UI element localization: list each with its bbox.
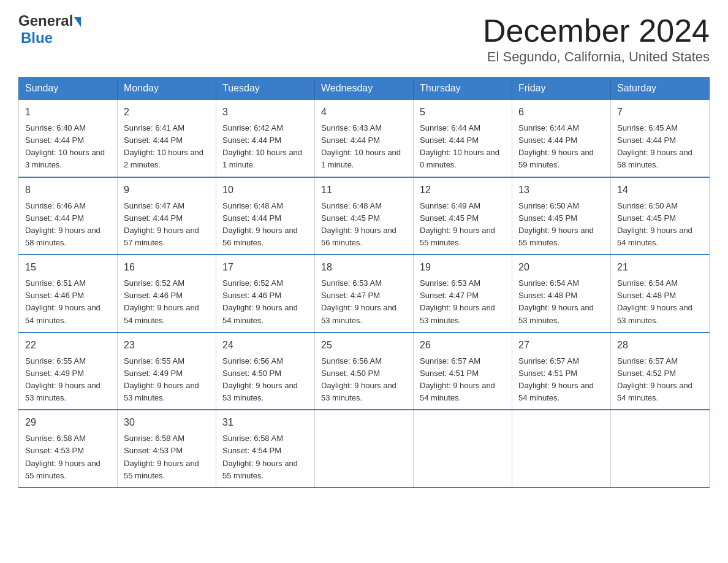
calendar-day-cell: 24Sunrise: 6:56 AMSunset: 4:50 PMDayligh… [216,332,315,410]
day-detail: Sunrise: 6:42 AMSunset: 4:44 PMDaylight:… [222,122,308,172]
calendar-day-cell: 2Sunrise: 6:41 AMSunset: 4:44 PMDaylight… [118,99,216,177]
day-number: 2 [124,105,210,120]
day-number: 9 [124,183,210,197]
calendar-day-cell: 28Sunrise: 6:57 AMSunset: 4:52 PMDayligh… [611,332,710,410]
calendar-empty-cell [512,410,611,488]
day-detail: Sunrise: 6:48 AMSunset: 4:44 PMDaylight:… [222,200,308,250]
calendar-week-row: 8Sunrise: 6:46 AMSunset: 4:44 PMDaylight… [19,177,710,255]
calendar-day-cell: 20Sunrise: 6:54 AMSunset: 4:48 PMDayligh… [512,255,611,332]
calendar-day-header: Monday [118,78,216,100]
calendar-day-cell: 3Sunrise: 6:42 AMSunset: 4:44 PMDaylight… [216,99,315,177]
calendar-day-header: Sunday [19,78,118,100]
logo-arrow-icon [74,17,81,27]
calendar-day-cell: 27Sunrise: 6:57 AMSunset: 4:51 PMDayligh… [512,332,611,410]
calendar-day-cell: 21Sunrise: 6:54 AMSunset: 4:48 PMDayligh… [611,255,710,332]
day-detail: Sunrise: 6:41 AMSunset: 4:44 PMDaylight:… [124,122,210,172]
calendar-header-row: SundayMondayTuesdayWednesdayThursdayFrid… [19,78,710,100]
calendar-week-row: 1Sunrise: 6:40 AMSunset: 4:44 PMDaylight… [19,99,710,177]
day-number: 23 [124,338,210,353]
day-detail: Sunrise: 6:40 AMSunset: 4:44 PMDaylight:… [25,122,111,172]
day-number: 8 [25,183,111,197]
calendar-day-header: Saturday [611,78,710,100]
day-detail: Sunrise: 6:43 AMSunset: 4:44 PMDaylight:… [321,122,407,172]
calendar-day-header: Tuesday [216,78,315,100]
day-number: 29 [25,415,111,430]
calendar-day-cell: 5Sunrise: 6:44 AMSunset: 4:44 PMDaylight… [414,99,512,177]
day-detail: Sunrise: 6:50 AMSunset: 4:45 PMDaylight:… [617,200,703,250]
calendar-day-cell: 11Sunrise: 6:48 AMSunset: 4:45 PMDayligh… [315,177,414,255]
day-detail: Sunrise: 6:53 AMSunset: 4:47 PMDaylight:… [321,277,407,327]
day-detail: Sunrise: 6:57 AMSunset: 4:51 PMDaylight:… [518,355,604,405]
calendar-day-cell: 17Sunrise: 6:52 AMSunset: 4:46 PMDayligh… [216,255,315,332]
day-detail: Sunrise: 6:58 AMSunset: 4:54 PMDaylight:… [222,432,308,482]
calendar-empty-cell [611,410,710,488]
calendar-day-cell: 19Sunrise: 6:53 AMSunset: 4:47 PMDayligh… [414,255,512,332]
day-number: 25 [321,338,407,353]
day-number: 4 [321,105,407,120]
calendar-day-header: Wednesday [315,78,414,100]
day-number: 6 [518,105,604,120]
calendar-day-cell: 10Sunrise: 6:48 AMSunset: 4:44 PMDayligh… [216,177,315,255]
day-detail: Sunrise: 6:48 AMSunset: 4:45 PMDaylight:… [321,200,407,250]
day-detail: Sunrise: 6:57 AMSunset: 4:52 PMDaylight:… [617,355,703,405]
calendar-day-cell: 12Sunrise: 6:49 AMSunset: 4:45 PMDayligh… [414,177,512,255]
day-number: 18 [321,260,407,275]
calendar-day-cell: 18Sunrise: 6:53 AMSunset: 4:47 PMDayligh… [315,255,414,332]
page-title: December 2024 [483,12,710,49]
day-detail: Sunrise: 6:54 AMSunset: 4:48 PMDaylight:… [518,277,604,327]
day-detail: Sunrise: 6:51 AMSunset: 4:46 PMDaylight:… [25,277,111,327]
day-number: 24 [222,338,308,353]
day-detail: Sunrise: 6:52 AMSunset: 4:46 PMDaylight:… [222,277,308,327]
day-detail: Sunrise: 6:47 AMSunset: 4:44 PMDaylight:… [124,200,210,250]
day-number: 10 [222,183,308,197]
day-detail: Sunrise: 6:44 AMSunset: 4:44 PMDaylight:… [518,122,604,172]
logo-blue: Blue [21,29,53,47]
calendar-day-header: Thursday [414,78,512,100]
day-detail: Sunrise: 6:54 AMSunset: 4:48 PMDaylight:… [617,277,703,327]
day-detail: Sunrise: 6:56 AMSunset: 4:50 PMDaylight:… [222,355,308,405]
day-number: 20 [518,260,604,275]
day-number: 26 [420,338,506,353]
day-detail: Sunrise: 6:55 AMSunset: 4:49 PMDaylight:… [124,355,210,405]
day-detail: Sunrise: 6:56 AMSunset: 4:50 PMDaylight:… [321,355,407,405]
day-number: 27 [518,338,604,353]
calendar-day-header: Friday [512,78,611,100]
calendar-day-cell: 13Sunrise: 6:50 AMSunset: 4:45 PMDayligh… [512,177,611,255]
page-header: General Blue December 2024 El Segundo, C… [18,12,710,65]
day-number: 17 [222,260,308,275]
day-number: 22 [25,338,111,353]
calendar-day-cell: 4Sunrise: 6:43 AMSunset: 4:44 PMDaylight… [315,99,414,177]
day-number: 15 [25,260,111,275]
day-detail: Sunrise: 6:52 AMSunset: 4:46 PMDaylight:… [124,277,210,327]
calendar-day-cell: 7Sunrise: 6:45 AMSunset: 4:44 PMDaylight… [611,99,710,177]
day-detail: Sunrise: 6:55 AMSunset: 4:49 PMDaylight:… [25,355,111,405]
calendar-day-cell: 8Sunrise: 6:46 AMSunset: 4:44 PMDaylight… [19,177,118,255]
logo-general: General [18,12,73,29]
day-number: 12 [420,183,506,197]
day-number: 14 [617,183,703,197]
day-number: 31 [222,415,308,430]
calendar-day-cell: 16Sunrise: 6:52 AMSunset: 4:46 PMDayligh… [118,255,216,332]
calendar-day-cell: 1Sunrise: 6:40 AMSunset: 4:44 PMDaylight… [19,99,118,177]
page-subtitle: El Segundo, California, United States [483,49,710,65]
calendar-empty-cell [414,410,512,488]
calendar-table: SundayMondayTuesdayWednesdayThursdayFrid… [18,77,710,488]
calendar-day-cell: 31Sunrise: 6:58 AMSunset: 4:54 PMDayligh… [216,410,315,488]
calendar-day-cell: 6Sunrise: 6:44 AMSunset: 4:44 PMDaylight… [512,99,611,177]
calendar-day-cell: 25Sunrise: 6:56 AMSunset: 4:50 PMDayligh… [315,332,414,410]
day-number: 7 [617,105,703,120]
day-detail: Sunrise: 6:46 AMSunset: 4:44 PMDaylight:… [25,200,111,250]
calendar-day-cell: 15Sunrise: 6:51 AMSunset: 4:46 PMDayligh… [19,255,118,332]
day-detail: Sunrise: 6:49 AMSunset: 4:45 PMDaylight:… [420,200,506,250]
day-detail: Sunrise: 6:58 AMSunset: 4:53 PMDaylight:… [25,432,111,482]
calendar-day-cell: 9Sunrise: 6:47 AMSunset: 4:44 PMDaylight… [118,177,216,255]
day-number: 5 [420,105,506,120]
day-number: 19 [420,260,506,275]
calendar-day-cell: 30Sunrise: 6:58 AMSunset: 4:53 PMDayligh… [118,410,216,488]
calendar-day-cell: 14Sunrise: 6:50 AMSunset: 4:45 PMDayligh… [611,177,710,255]
day-detail: Sunrise: 6:50 AMSunset: 4:45 PMDaylight:… [518,200,604,250]
calendar-week-row: 29Sunrise: 6:58 AMSunset: 4:53 PMDayligh… [19,410,710,488]
title-block: December 2024 El Segundo, California, Un… [483,12,710,65]
calendar-day-cell: 22Sunrise: 6:55 AMSunset: 4:49 PMDayligh… [19,332,118,410]
day-number: 13 [518,183,604,197]
